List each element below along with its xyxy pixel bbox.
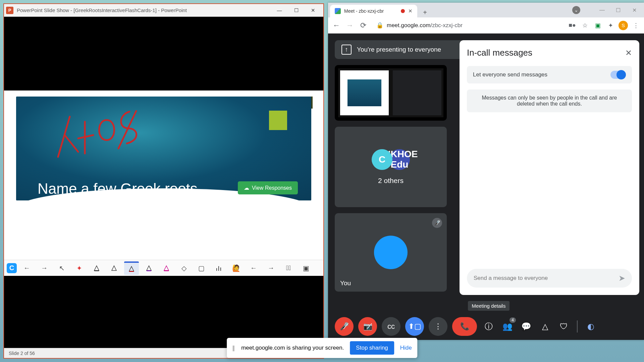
address-bar[interactable]: 🔒 meet.google.com/zbc-xzxj-cbr [372,22,564,29]
slide-question: Name a few Greek roots [38,180,198,197]
captions-button[interactable]: cc [382,317,400,336]
svg-rect-0 [94,270,99,271]
lock-icon: 🔒 [376,22,383,29]
ink-annotation [53,108,157,162]
powerpoint-titlebar: P PowerPoint Slide Show - [GreekRootsInt… [4,4,323,17]
tool-pen-red[interactable] [124,261,139,275]
powerpoint-window: P PowerPoint Slide Show - [GreekRootsInt… [3,3,324,359]
message-input-row: ➤ [467,269,632,288]
people-button[interactable]: 👥 4 [500,319,515,334]
chrome-window: Meet - zbc-xzxj-cbr ✕ + ⌄ — ☐ ✕ ← → ⟳ 🔒 … [328,3,644,340]
svg-rect-3 [164,270,169,271]
tool-highlighter[interactable] [159,261,174,275]
tool-pick-name[interactable]: 🙋 [229,261,244,275]
messages-toggle[interactable] [610,71,626,79]
chrome-close[interactable]: ✕ [627,5,642,15]
classpoint-toolbar: C ← → ↖ ✦ ◇ ▢ 🙋 ← → 👁̸ ▣ [4,260,323,276]
view-responses-label: View Responses [252,185,292,191]
present-button[interactable]: ⬆▢ [405,317,424,336]
messages-close-button[interactable]: ✕ [625,48,632,58]
hide-sharing-button[interactable]: Hide [400,345,412,351]
slide-counter: Slide 2 of 56 [9,351,35,356]
participant-tiles: C INKHOE Edu 2 others 🎤̸ You [335,65,447,292]
close-button[interactable]: ✕ [305,4,321,16]
others-tile[interactable]: C INKHOE Edu 2 others [335,127,447,207]
url-path: /zbc-xzxj-cbr [430,22,462,28]
tab-search-button[interactable]: ⌄ [572,6,580,14]
svg-rect-1 [129,271,134,272]
tool-prev[interactable]: ← [246,261,261,275]
present-icon: ↑ [341,45,352,55]
tool-pointer[interactable]: ↖ [54,261,69,275]
people-count-badge: 4 [509,317,516,323]
sharing-text: meet.google.com is sharing your screen. [241,345,344,351]
tab-close-button[interactable]: ✕ [408,8,413,14]
hangup-button[interactable]: 📞 [452,317,477,336]
powerpoint-icon: P [6,7,13,14]
profile-avatar[interactable]: S [619,21,628,30]
maximize-button[interactable]: ☐ [288,4,305,16]
tool-pen-purple[interactable] [142,261,156,275]
more-options-button[interactable]: ⋮ [429,317,447,336]
tool-forward[interactable]: → [37,261,52,275]
participant-avatar-1: C [372,149,392,170]
view-responses-button[interactable]: ☁ View Responses [238,181,298,194]
tab-title: Meet - zbc-xzxj-cbr [344,8,384,14]
tool-next[interactable]: → [264,261,278,275]
meet-main: ↑ You're presenting to everyone C INKHOE… [328,34,644,340]
screen-share-tile[interactable] [335,65,447,121]
presenting-text: You're presenting to everyone [357,46,441,53]
self-tile[interactable]: 🎤̸ You [335,213,447,292]
bookmark-button[interactable]: ☆ [580,22,590,29]
slide: Name a few Greek roots ☁ View Responses [16,97,311,200]
stop-sharing-button[interactable]: Stop sharing [350,341,394,355]
screen-sharing-bar: ‖ meet.google.com is sharing your screen… [227,338,417,358]
forward-button[interactable]: → [345,21,355,30]
host-controls-button[interactable]: 🛡 [557,319,571,334]
new-tab-button[interactable]: + [420,7,430,17]
chrome-minimize[interactable]: — [594,5,610,15]
tool-laser[interactable]: ✦ [72,261,87,275]
messages-panel: In-call messages ✕ Let everyone send mes… [460,40,639,295]
reload-button[interactable]: ⟳ [358,21,368,30]
url-host: meet.google.com [387,22,430,28]
browser-tab[interactable]: Meet - zbc-xzxj-cbr ✕ [330,5,417,17]
slide-area[interactable]: class code 44463 👥 1 Name a few Greek ro… [4,90,323,260]
chrome-menu-button[interactable]: ⋮ [631,22,641,29]
classpoint-logo[interactable]: C [7,263,17,273]
tool-pen-black[interactable] [89,261,104,275]
pause-icon[interactable]: ‖ [232,345,235,352]
tool-eraser[interactable]: ◇ [176,261,191,275]
side-panel-button[interactable]: ◐ [584,319,598,334]
window-title: PowerPoint Slide Show - [GreekRootsInter… [17,7,271,13]
self-label: You [340,280,351,287]
message-input[interactable] [474,275,619,282]
tool-hide[interactable]: 👁̸ [281,261,296,275]
minimize-button[interactable]: — [271,4,288,16]
tooltip: Meeting details [468,301,510,311]
slide-letterbox-bottom [4,276,323,348]
divider [577,320,578,333]
camera-button[interactable]: 📷̸ [358,317,377,336]
back-button[interactable]: ← [331,21,341,30]
messages-title: In-call messages [467,48,532,58]
extension-icon[interactable]: ▣ [593,22,602,29]
chrome-maximize[interactable]: ☐ [610,5,626,15]
tool-more[interactable]: ▣ [299,261,313,275]
meeting-details-button[interactable]: ⓘ Meeting details [482,319,496,334]
extensions-button[interactable]: ✦ [606,22,615,29]
messages-toggle-label: Let everyone send messages [473,71,547,78]
muted-icon: 🎤̸ [432,218,442,228]
tool-pen-outline[interactable] [107,261,121,275]
chrome-toolbar: ← → ⟳ 🔒 meet.google.com/zbc-xzxj-cbr ■● … [328,17,644,34]
tool-whiteboard[interactable]: ▢ [194,261,209,275]
camera-indicator-icon[interactable]: ■● [568,22,577,29]
activities-button[interactable]: △ [538,319,552,334]
chrome-tab-strip: Meet - zbc-xzxj-cbr ✕ + ⌄ — ☐ ✕ [328,3,644,17]
tool-poll[interactable] [211,261,226,275]
mic-button[interactable]: 🎤̸ [335,317,354,336]
chat-button[interactable]: 💬 [519,319,533,334]
tool-back[interactable]: ← [19,261,34,275]
others-label: 2 others [378,177,404,185]
send-icon[interactable]: ➤ [619,274,625,283]
